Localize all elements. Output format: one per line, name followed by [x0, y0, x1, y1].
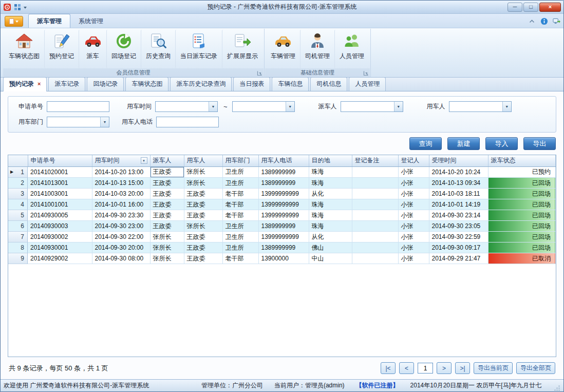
- cell-remark[interactable]: [352, 253, 398, 264]
- cell-dest[interactable]: 珠海: [309, 178, 352, 189]
- cell-time[interactable]: 2014-09-30 20:00: [92, 242, 150, 253]
- grid-row[interactable]: 2201410130012014-10-13 15:00王政委张所长卫生所138…: [8, 178, 556, 189]
- resize-grip-icon[interactable]: [554, 385, 560, 391]
- cell-accepted[interactable]: 2014-09-30 23:14: [429, 210, 488, 221]
- cell-dispatcher[interactable]: 王政委: [150, 210, 184, 221]
- row-selector[interactable]: 9: [8, 253, 28, 264]
- cell-remark[interactable]: [352, 189, 398, 199]
- cell-phone[interactable]: 13999999999: [258, 199, 309, 210]
- cell-order[interactable]: 20141013001: [28, 178, 92, 189]
- cell-status[interactable]: 已回场: [488, 221, 556, 232]
- cell-user[interactable]: 张所长: [184, 221, 222, 232]
- ribbon-button-driver-manage[interactable]: 司机管理: [300, 30, 334, 68]
- cell-dispatcher[interactable]: 张所长: [150, 253, 184, 264]
- cell-remark[interactable]: [352, 210, 398, 221]
- close-button[interactable]: ×: [539, 3, 561, 12]
- export-current-page-button[interactable]: 导出当前页: [474, 362, 513, 374]
- cell-user[interactable]: 王政委: [184, 232, 222, 242]
- cell-time[interactable]: 2014-10-01 16:00: [92, 199, 150, 210]
- grid-row[interactable]: 8201409300012014-09-30 20:00张所长王政委卫生所138…: [8, 242, 556, 253]
- doc-tab-9[interactable]: 人员管理: [349, 77, 386, 91]
- cell-status[interactable]: 已回场: [488, 178, 556, 189]
- group-dialog-launcher-icon[interactable]: [363, 70, 369, 76]
- cell-user[interactable]: 王政委: [184, 189, 222, 199]
- cell-time[interactable]: 2014-10-13 15:00: [92, 178, 150, 189]
- ribbon-button-person-manage[interactable]: 人员管理: [334, 30, 369, 68]
- cell-user[interactable]: 王政委: [184, 242, 222, 253]
- cell-order[interactable]: 20141001001: [28, 199, 92, 210]
- column-header-11[interactable]: 派车状态: [488, 155, 556, 166]
- phone-input[interactable]: [156, 117, 219, 127]
- ribbon-tab-1[interactable]: 派车管理: [28, 14, 70, 28]
- cell-status[interactable]: 已预约: [488, 166, 556, 178]
- cell-accepted[interactable]: 2014-09-30 09:17: [429, 242, 488, 253]
- cell-status[interactable]: 已回场: [488, 232, 556, 242]
- ribbon-tab-2[interactable]: 系统管理: [70, 14, 111, 28]
- cell-user[interactable]: 张所长: [184, 166, 222, 178]
- group-dialog-launcher-icon[interactable]: [257, 70, 262, 76]
- grid-row[interactable]: 9201409290022014-09-30 08:00张所长王政委老干部139…: [8, 253, 556, 264]
- doc-tab-5[interactable]: 派车历史记录查询: [170, 77, 232, 91]
- new-button[interactable]: 新建: [447, 137, 480, 150]
- cell-accepted[interactable]: 2014-09-30 23:05: [429, 221, 488, 232]
- doc-tab-4[interactable]: 车辆状态图: [125, 77, 168, 91]
- grid-row[interactable]: 3201410030012014-10-03 20:00王政委王政委老干部139…: [8, 189, 556, 199]
- use-time-from-combo[interactable]: ▼: [155, 101, 218, 112]
- order-no-input[interactable]: [47, 101, 109, 112]
- row-selector[interactable]: ▶1: [8, 167, 28, 178]
- export-all-pages-button[interactable]: 导出全部页: [516, 362, 555, 374]
- cell-dest[interactable]: 珠海: [309, 221, 352, 232]
- cell-dept[interactable]: 卫生所: [222, 242, 258, 253]
- cell-order[interactable]: 20141003001: [28, 189, 92, 199]
- use-time-to-combo[interactable]: ▼: [232, 101, 295, 112]
- cell-user[interactable]: 王政委: [184, 210, 222, 221]
- doc-tab-6[interactable]: 当日报表: [233, 77, 270, 91]
- ribbon-button-reservation[interactable]: 预约登记: [44, 30, 79, 68]
- cell-phone[interactable]: 13999999999: [258, 232, 309, 242]
- cell-dest[interactable]: 中山: [309, 253, 352, 264]
- cell-registrar[interactable]: 小张: [398, 242, 429, 253]
- cell-time[interactable]: 2014-09-30 08:00: [92, 253, 150, 264]
- column-header-5[interactable]: 用车部门: [222, 155, 258, 166]
- cell-phone[interactable]: 1389999999: [258, 242, 309, 253]
- chevron-down-icon[interactable]: ▼: [100, 117, 109, 127]
- application-menu-button[interactable]: [5, 16, 23, 27]
- cell-dispatcher[interactable]: 王政委: [150, 221, 184, 232]
- cell-dest[interactable]: 珠海: [309, 199, 352, 210]
- cell-registrar[interactable]: 小张: [398, 221, 429, 232]
- import-button[interactable]: 导入: [485, 137, 518, 150]
- cell-time[interactable]: 2014-09-30 23:30: [92, 210, 150, 221]
- cell-dept[interactable]: 老干部: [222, 253, 258, 264]
- doc-tab-1[interactable]: 预约记录×: [3, 77, 47, 91]
- registered-link[interactable]: 【软件已注册】: [356, 381, 399, 390]
- cell-time[interactable]: 2014-10-20 13:00: [92, 166, 150, 178]
- ribbon-button-vehicle-status[interactable]: 车辆状态图: [4, 30, 44, 68]
- cell-dispatcher[interactable]: 王政委: [150, 199, 184, 210]
- cell-dispatcher[interactable]: 张所长: [150, 242, 184, 253]
- cell-status[interactable]: 已取消: [488, 253, 556, 264]
- cell-dest[interactable]: 佛山: [309, 242, 352, 253]
- cell-order[interactable]: 20141020001: [28, 166, 92, 178]
- cell-registrar[interactable]: 小张: [398, 178, 429, 189]
- column-header-9[interactable]: 登记人: [398, 155, 429, 166]
- cell-remark[interactable]: [352, 232, 398, 242]
- cell-accepted[interactable]: 2014-10-20 10:24: [429, 166, 488, 178]
- row-selector[interactable]: 4: [8, 199, 28, 210]
- cell-dept[interactable]: 卫生所: [222, 232, 258, 242]
- doc-tab-3[interactable]: 回场记录: [87, 77, 124, 91]
- last-page-button[interactable]: >|: [455, 362, 470, 374]
- doc-tab-7[interactable]: 车辆信息: [272, 77, 309, 91]
- ribbon-button-history-search[interactable]: 历史查询: [141, 30, 175, 68]
- cell-time[interactable]: 2014-10-03 20:00: [92, 189, 150, 199]
- dept-combo[interactable]: ▼: [47, 117, 109, 127]
- cell-registrar[interactable]: 小张: [398, 166, 429, 178]
- dispatcher-combo[interactable]: ▼: [341, 101, 403, 112]
- cell-accepted[interactable]: 2014-10-01 14:19: [429, 199, 488, 210]
- cell-order[interactable]: 20140930005: [28, 210, 92, 221]
- cell-dept[interactable]: 卫生所: [222, 221, 258, 232]
- chevron-down-icon[interactable]: ▼: [394, 102, 403, 111]
- row-selector[interactable]: 5: [8, 210, 28, 221]
- cell-status[interactable]: 已回场: [488, 189, 556, 199]
- cell-phone[interactable]: 13999999999: [258, 189, 309, 199]
- prev-page-button[interactable]: <: [399, 362, 414, 374]
